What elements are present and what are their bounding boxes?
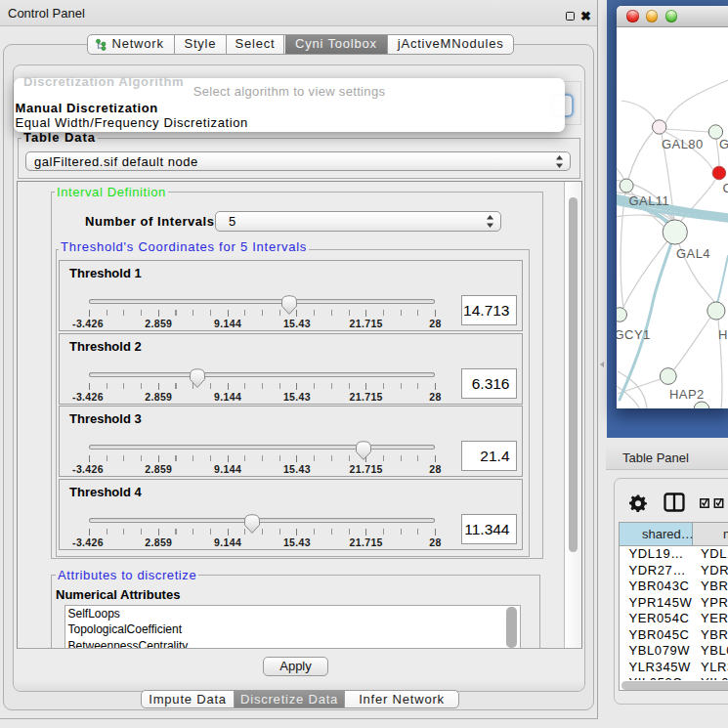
svg-text:GAL80: GAL80	[662, 137, 704, 151]
svg-text:H: H	[718, 327, 728, 342]
svg-text:C: C	[723, 181, 728, 195]
svg-text:GCY1: GCY1	[617, 327, 651, 342]
svg-text:GAL11: GAL11	[629, 193, 670, 208]
svg-text:HAP2: HAP2	[669, 387, 705, 402]
svg-text:G.: G.	[719, 137, 728, 151]
svg-text:GAL4: GAL4	[676, 246, 710, 261]
